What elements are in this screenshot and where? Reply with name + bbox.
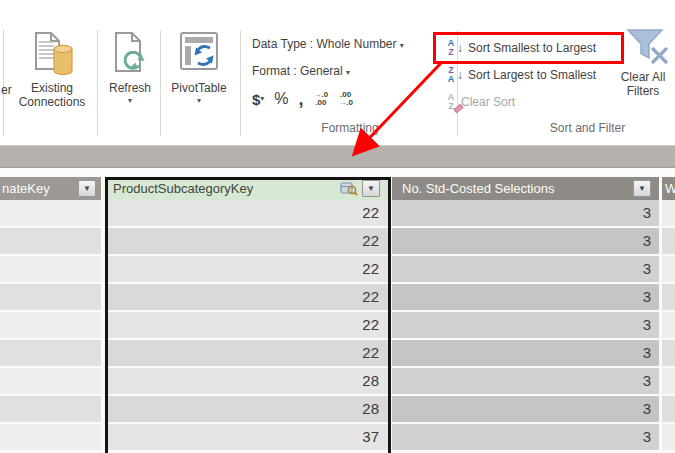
- table-cell[interactable]: [0, 312, 101, 338]
- table-cell[interactable]: 28: [108, 396, 388, 422]
- dollar-icon: $: [252, 91, 260, 108]
- existing-connections-label-2: Connections: [8, 95, 96, 109]
- decrease-decimal-button[interactable]: .00 →.0: [338, 91, 353, 107]
- table-cell[interactable]: 22: [108, 200, 388, 226]
- table-cell[interactable]: [0, 368, 101, 394]
- column-header-truncated[interactable]: W: [662, 177, 675, 200]
- table-cell[interactable]: 22: [108, 256, 388, 282]
- table-cell[interactable]: 3: [392, 256, 659, 282]
- data-grid: nateKey ▼ ProductSubcategoryKey ▼ No. St…: [0, 177, 675, 453]
- table-cell[interactable]: [662, 368, 675, 394]
- refresh-button[interactable]: Refresh ▾: [100, 28, 160, 138]
- clear-all-filters-label-2: Filters: [612, 84, 674, 98]
- pivottable-icon: [178, 30, 220, 78]
- sort-descending-label: Sort Largest to Smallest: [468, 68, 596, 82]
- funnel-x-icon: [626, 28, 670, 66]
- column-header-label: No. Std-Costed Selections: [402, 181, 554, 196]
- currency-button[interactable]: $ ▾: [252, 91, 264, 108]
- clear-all-filters-button[interactable]: Clear All Filters: [612, 28, 674, 118]
- table-cell[interactable]: 3: [392, 312, 659, 338]
- refresh-icon: [110, 30, 150, 82]
- column-options-icon[interactable]: [340, 180, 358, 200]
- sort-ascending-label: Sort Smallest to Largest: [468, 41, 596, 55]
- existing-connections-button[interactable]: Existing Connections: [8, 28, 96, 138]
- table-cell[interactable]: 3: [392, 424, 659, 450]
- sort-ascending-button[interactable]: AZ ↓ Sort Smallest to Largest: [446, 36, 596, 60]
- table-cell[interactable]: 3: [392, 284, 659, 310]
- existing-connections-label: Existing: [8, 81, 96, 95]
- column-productsubcategorykey-cells: 222222222222282837: [108, 200, 388, 452]
- dropdown-arrow-icon[interactable]: ▾: [162, 97, 236, 105]
- dropdown-arrow-icon[interactable]: ▾: [100, 97, 160, 105]
- sort-az-icon: AZ ↓: [446, 39, 463, 57]
- powerpivot-window: er Existing Connections: [0, 0, 675, 453]
- table-cell[interactable]: [0, 340, 101, 366]
- column-filter-dropdown[interactable]: ▼: [362, 180, 380, 197]
- clear-sort-button[interactable]: AZ Clear Sort: [446, 90, 515, 114]
- table-cell[interactable]: 3: [392, 396, 659, 422]
- clear-sort-label: Clear Sort: [461, 95, 515, 109]
- table-cell[interactable]: [662, 256, 675, 282]
- table-cell[interactable]: [662, 228, 675, 254]
- percent-button[interactable]: %: [274, 90, 288, 108]
- comma-button[interactable]: ,: [299, 89, 304, 110]
- group-separator: [97, 30, 98, 136]
- column-truncated-cells: [662, 200, 675, 452]
- grid-top-strip: [0, 169, 675, 177]
- table-cell[interactable]: [0, 424, 101, 450]
- down-arrow-icon: ↓: [457, 68, 463, 82]
- table-cell[interactable]: [0, 284, 101, 310]
- table-cell[interactable]: 3: [392, 200, 659, 226]
- table-cell[interactable]: [662, 424, 675, 450]
- column-header-natekey[interactable]: nateKey ▼: [0, 177, 101, 200]
- data-type-label: Data Type : Whole Number: [252, 37, 397, 51]
- table-cell[interactable]: [662, 200, 675, 226]
- dropdown-arrow-icon: ▾: [346, 68, 350, 77]
- table-cell[interactable]: [662, 284, 675, 310]
- clear-all-filters-label: Clear All: [612, 70, 674, 84]
- column-filter-dropdown[interactable]: ▼: [633, 180, 651, 197]
- group-separator: [240, 30, 241, 136]
- table-cell[interactable]: [0, 256, 101, 282]
- table-cell[interactable]: [0, 396, 101, 422]
- increase-decimal-button[interactable]: →.0 .00: [314, 91, 329, 107]
- column-std-costed-cells: 333333333: [392, 200, 659, 452]
- data-type-dropdown[interactable]: Data Type : Whole Number ▾: [252, 37, 404, 51]
- table-cell[interactable]: [662, 312, 675, 338]
- column-filter-dropdown[interactable]: ▼: [78, 180, 96, 197]
- table-cell[interactable]: [662, 340, 675, 366]
- pivottable-button[interactable]: PivotTable ▾: [162, 28, 236, 138]
- document-database-icon: [31, 30, 73, 82]
- table-cell[interactable]: 22: [108, 284, 388, 310]
- column-header-label: nateKey: [2, 181, 50, 196]
- table-cell[interactable]: 3: [392, 228, 659, 254]
- format-label: Format : General: [252, 64, 343, 78]
- formula-bar[interactable]: [0, 145, 675, 168]
- formatting-group-label: Formatting: [244, 121, 456, 135]
- table-cell[interactable]: [0, 200, 101, 226]
- table-cell[interactable]: 3: [392, 368, 659, 394]
- table-cell[interactable]: 37: [108, 424, 388, 450]
- clear-sort-icon: AZ: [446, 93, 456, 111]
- table-cell[interactable]: 22: [108, 312, 388, 338]
- ribbon: er Existing Connections: [0, 0, 675, 145]
- column-header-label: W: [665, 181, 675, 196]
- dropdown-arrow-icon: ▾: [400, 41, 404, 50]
- table-cell[interactable]: [0, 228, 101, 254]
- column-header-productsubcategorykey[interactable]: ProductSubcategoryKey ▼: [108, 177, 388, 200]
- table-cell[interactable]: 22: [108, 340, 388, 366]
- table-cell[interactable]: 3: [392, 340, 659, 366]
- sort-filter-group-label: Sort and Filter: [500, 121, 675, 135]
- number-format-buttons: $ ▾ % , →.0 .00 .00 →.0: [252, 87, 353, 111]
- format-dropdown[interactable]: Format : General ▾: [252, 64, 350, 78]
- sort-descending-button[interactable]: ZA ↓ Sort Largest to Smallest: [446, 63, 596, 87]
- column-header-std-costed-selections[interactable]: No. Std-Costed Selections ▼: [392, 177, 659, 200]
- table-cell[interactable]: [662, 396, 675, 422]
- pivottable-label: PivotTable: [162, 81, 236, 95]
- table-cell[interactable]: 22: [108, 228, 388, 254]
- refresh-label: Refresh: [100, 81, 160, 95]
- group-separator: [160, 30, 161, 136]
- table-cell[interactable]: 28: [108, 368, 388, 394]
- column-header-label: ProductSubcategoryKey: [113, 181, 253, 196]
- dropdown-arrow-icon: ▾: [260, 95, 264, 103]
